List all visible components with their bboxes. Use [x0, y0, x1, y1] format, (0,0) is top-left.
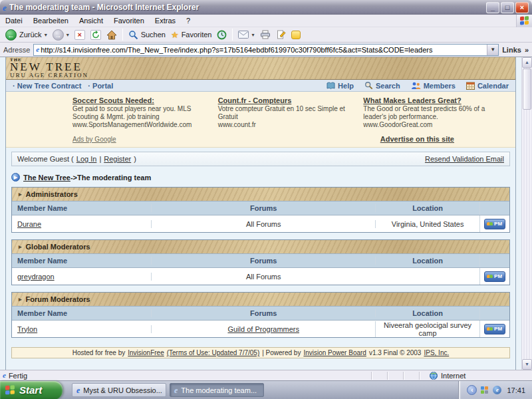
- mail-dropdown-icon[interactable]: ▾: [251, 32, 254, 38]
- links-chevron-icon[interactable]: »: [525, 46, 529, 54]
- section-title: Global Moderators: [26, 243, 90, 251]
- links-label[interactable]: Links: [502, 46, 521, 54]
- menu-hilfe[interactable]: ?: [181, 15, 196, 26]
- terms-of-use-link[interactable]: (Terms of Use: Updated 7/7/05): [167, 349, 260, 356]
- col-pm: [479, 307, 509, 320]
- task-button-moderating-team[interactable]: e The moderating team...: [170, 383, 264, 397]
- member-link[interactable]: greydragon: [17, 273, 55, 281]
- breadcrumb: ▶ The New Tree -> The moderating team: [11, 173, 510, 182]
- pm-button[interactable]: PM: [484, 271, 505, 282]
- footer-text: | Powered by: [262, 349, 301, 356]
- menu-favoriten[interactable]: Favoriten: [108, 15, 150, 26]
- start-button[interactable]: Start: [0, 381, 63, 399]
- tray-chevron-icon[interactable]: ‹: [467, 385, 477, 395]
- taskbar: Start e Myst & URU Obsessio... e The mod…: [0, 380, 532, 399]
- vertical-scrollbar[interactable]: ▲ ▼: [521, 57, 532, 370]
- back-button[interactable]: ← Zurück ▾: [3, 29, 49, 41]
- close-button[interactable]: ×: [515, 2, 529, 13]
- nav-calendar-label: Calendar: [477, 82, 509, 90]
- resend-validation-link[interactable]: Resend Validation Email: [425, 155, 504, 163]
- forum-wrapper: THE NEW TREE URU AGE CREATION New Tree C…: [5, 57, 516, 370]
- nav-members[interactable]: Members: [411, 81, 456, 90]
- tray-network-icon[interactable]: [481, 386, 489, 394]
- internet-zone-panel: Internet: [430, 372, 529, 380]
- section-header: ▸ Global Moderators: [12, 240, 509, 254]
- address-input[interactable]: [39, 46, 487, 54]
- login-link[interactable]: Log In: [76, 155, 97, 163]
- ips-link[interactable]: IPS, Inc.: [424, 349, 449, 356]
- nav-members-label: Members: [424, 82, 456, 90]
- refresh-button[interactable]: [88, 29, 103, 41]
- edit-button[interactable]: [274, 29, 288, 40]
- member-link[interactable]: Durane: [17, 220, 41, 228]
- favorites-star-icon: ★: [171, 31, 179, 39]
- ad-title-link[interactable]: Count.fr - Compteurs: [218, 96, 350, 104]
- nav-portal[interactable]: Portal: [88, 82, 113, 90]
- nav-help[interactable]: Help: [327, 81, 354, 90]
- search-button[interactable]: Suchen: [126, 29, 168, 41]
- nav-search[interactable]: Search: [364, 81, 400, 90]
- breadcrumb-arrow-icon: ▶: [11, 173, 20, 182]
- ad-title-link[interactable]: What Makes Leaders Great?: [363, 96, 495, 104]
- home-button[interactable]: [104, 29, 119, 41]
- nav-calendar[interactable]: Calendar: [466, 81, 509, 90]
- menu-bearbeiten[interactable]: Bearbeiten: [28, 15, 74, 26]
- history-button[interactable]: [215, 29, 229, 41]
- minimize-button[interactable]: _: [486, 2, 499, 13]
- breadcrumb-root-link[interactable]: The New Tree: [23, 174, 70, 182]
- ad-body: Get paid to scout players near you. MLS …: [72, 105, 205, 121]
- member-link[interactable]: Trylon: [17, 325, 37, 333]
- status-separator: [371, 372, 372, 380]
- invision-power-board-link[interactable]: Invision Power Board: [303, 349, 366, 356]
- messenger-button[interactable]: [289, 30, 303, 40]
- forum-link[interactable]: Guild of Programmers: [227, 325, 299, 333]
- task-button-myst-uru[interactable]: e Myst & URU Obsessio...: [72, 383, 166, 397]
- table-header-row: Member Name Forums Location: [12, 201, 509, 215]
- register-link[interactable]: Register: [104, 155, 131, 163]
- task-label: The moderating team...: [181, 386, 257, 394]
- status-separator: [387, 372, 388, 380]
- col-forums: Forums: [151, 204, 375, 212]
- favorites-button[interactable]: ★ Favoriten: [169, 30, 214, 40]
- menu-ansicht[interactable]: Ansicht: [74, 15, 108, 26]
- print-button[interactable]: [258, 29, 273, 40]
- maximize-button[interactable]: □: [501, 2, 514, 13]
- scroll-down-icon[interactable]: ▼: [522, 359, 532, 370]
- scrollbar-thumb[interactable]: [523, 68, 531, 110]
- status-page-icon: e: [3, 372, 6, 379]
- row-location: Virginia, United States: [375, 220, 479, 228]
- address-dropdown-icon[interactable]: ▼: [487, 45, 498, 55]
- menu-extras[interactable]: Extras: [150, 15, 181, 26]
- table-header-row: Member Name Forums Location: [12, 254, 509, 268]
- pm-button[interactable]: PM: [484, 324, 505, 334]
- pm-label: PM: [494, 221, 502, 227]
- tray-ie-icon[interactable]: e: [493, 386, 501, 394]
- forward-button[interactable]: → ▾: [51, 29, 71, 41]
- task-buttons: e Myst & URU Obsessio... e The moderatin…: [72, 383, 264, 397]
- scroll-up-icon[interactable]: ▲: [522, 57, 532, 68]
- section-title: Forum Moderators: [26, 295, 90, 303]
- table-header-row: Member Name Forums Location: [12, 307, 509, 321]
- people-icon: [487, 222, 493, 225]
- task-ie-icon: e: [76, 386, 80, 394]
- back-dropdown-icon[interactable]: ▾: [45, 32, 47, 38]
- mail-button[interactable]: ▾: [236, 30, 256, 39]
- ad-body: The Good or Great test predicts 60% of a…: [363, 105, 495, 121]
- col-forums: Forums: [151, 309, 375, 317]
- scrollbar-track[interactable]: [522, 110, 532, 359]
- pm-label: PM: [494, 273, 502, 279]
- stop-button[interactable]: ×: [72, 29, 87, 41]
- col-member-name: Member Name: [12, 257, 151, 265]
- nav-new-tree-contract[interactable]: New Tree Contract: [13, 82, 81, 90]
- advertise-link[interactable]: Advertise on this site: [380, 135, 454, 143]
- pm-button[interactable]: PM: [484, 219, 505, 229]
- status-bar: e Fertig Internet: [0, 370, 532, 380]
- address-bar: Adresse e ▼ Links »: [0, 43, 532, 57]
- messenger-icon: [291, 31, 301, 39]
- invisionfree-link[interactable]: InvisionFree: [128, 349, 164, 356]
- ad-body: Votre compteur Gratuit en 10 sec Simple …: [218, 105, 350, 121]
- ad-title-link[interactable]: Soccer Scouts Needed:: [72, 96, 205, 104]
- menu-datei[interactable]: Datei: [0, 15, 28, 26]
- forward-dropdown-icon[interactable]: ▾: [66, 32, 69, 38]
- ads-by-google-link[interactable]: Ads by Google: [72, 136, 116, 143]
